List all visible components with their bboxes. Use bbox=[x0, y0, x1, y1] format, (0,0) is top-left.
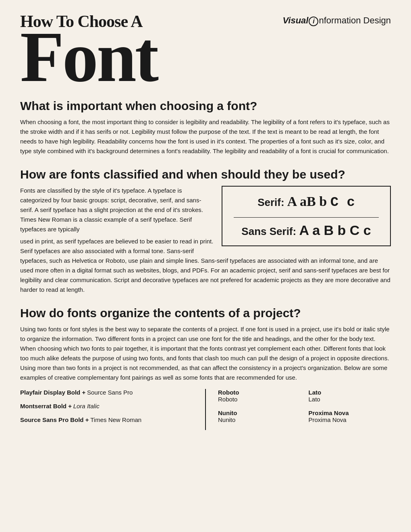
section-classification: How are fonts classified and when should… bbox=[20, 167, 391, 295]
title-font: Font bbox=[20, 27, 282, 87]
pair-item-2: Montserrat Bold + Lora Italic bbox=[20, 403, 193, 410]
font-lato: Lato Lato bbox=[309, 389, 391, 404]
sans-chars: A a B b C c bbox=[299, 222, 371, 238]
brand-visual: Visual bbox=[282, 15, 308, 25]
nunito-body: Nunito bbox=[218, 416, 301, 423]
proxima-body: Proxima Nova bbox=[309, 416, 391, 423]
section-choosing-font: What is important when choosing a font? … bbox=[20, 99, 391, 156]
pair-item-3: Source Sans Pro Bold + Times New Roman bbox=[20, 416, 193, 424]
font-proxima: Proxima Nova Proxima Nova bbox=[309, 409, 391, 424]
serif-divider bbox=[234, 217, 379, 218]
pair3-bold: Source Sans Pro Bold + bbox=[20, 416, 89, 423]
section2-heading: How are fonts classified and when should… bbox=[20, 167, 391, 182]
section1-body: When choosing a font, the most important… bbox=[20, 117, 391, 156]
lato-body: Lato bbox=[309, 396, 391, 403]
section1-heading: What is important when choosing a font? bbox=[20, 99, 391, 113]
pair2-bold: Montserrat Bold + bbox=[20, 403, 72, 409]
serif-box: Serif: A aB b C c Sans Serif: A a B b C … bbox=[222, 186, 391, 246]
brand: Visualinformation Design bbox=[282, 12, 391, 26]
font-pairs-right: Roboto Roboto Lato Lato Nunito Nunito Pr… bbox=[206, 389, 391, 430]
pair1-bold: Playfair Display Bold + bbox=[20, 389, 85, 396]
serif-line: Serif: A aB b C c bbox=[234, 194, 379, 210]
header: How To Choose A Font Visualinformation D… bbox=[20, 12, 391, 87]
sans-label: Sans Serif: bbox=[241, 225, 296, 237]
pair-item-1: Playfair Display Bold + Source Sans Pro bbox=[20, 389, 193, 396]
section3-heading: How do fonts organize the contents of a … bbox=[20, 306, 391, 320]
brand-rest: nformation Design bbox=[319, 15, 391, 25]
font-nunito: Nunito Nunito bbox=[218, 409, 301, 424]
pair3-regular: Times New Roman bbox=[90, 416, 141, 423]
sans-line: Sans Serif: A a B b C c bbox=[234, 222, 379, 238]
classification-content: Serif: A aB b C c Sans Serif: A a B b C … bbox=[20, 186, 391, 295]
font-pairs-container: Playfair Display Bold + Source Sans Pro … bbox=[20, 389, 391, 430]
pair1-regular: Source Sans Pro bbox=[87, 389, 133, 396]
brand-i: i bbox=[309, 17, 318, 26]
section3-body: Using two fonts or font styles is the be… bbox=[20, 324, 391, 382]
pair2-italic: Lora Italic bbox=[73, 403, 100, 409]
section-organize: How do fonts organize the contents of a … bbox=[20, 306, 391, 382]
font-pairs-left: Playfair Display Bold + Source Sans Pro … bbox=[20, 389, 206, 430]
font-roboto: Roboto Roboto bbox=[218, 389, 301, 404]
roboto-title: Roboto bbox=[218, 389, 301, 396]
roboto-body: Roboto bbox=[218, 396, 301, 403]
lato-title: Lato bbox=[309, 389, 391, 396]
title-block: How To Choose A Font bbox=[20, 12, 282, 87]
proxima-title: Proxima Nova bbox=[309, 409, 391, 416]
nunito-title: Nunito bbox=[218, 409, 301, 416]
